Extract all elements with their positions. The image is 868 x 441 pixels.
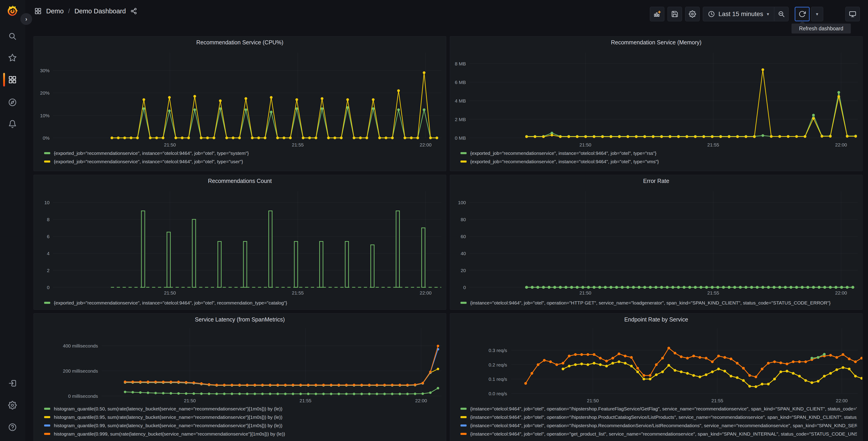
sidebar-item-alerting[interactable] bbox=[5, 117, 20, 131]
legend-swatch bbox=[461, 408, 467, 410]
svg-text:0 MB: 0 MB bbox=[455, 136, 466, 141]
svg-text:21:50: 21:50 bbox=[580, 290, 591, 295]
legend: {exported_job="recommendationservice", i… bbox=[44, 299, 440, 307]
legend-label: {exported_job="recommendationservice", i… bbox=[54, 159, 243, 164]
breadcrumb-folder[interactable]: Demo bbox=[46, 7, 64, 15]
legend: {exported_job="recommendationservice", i… bbox=[461, 149, 857, 166]
legend-label: {instance="otelcol:9464", job="otel", op… bbox=[470, 406, 857, 412]
sidebar-item-dashboards[interactable] bbox=[5, 72, 20, 87]
legend-swatch bbox=[44, 416, 50, 418]
refresh-dashboard-button[interactable] bbox=[795, 7, 810, 21]
svg-text:20: 20 bbox=[461, 268, 466, 273]
refresh-interval-dropdown[interactable]: ▾ bbox=[811, 7, 823, 21]
legend-label: histogram_quantile(0.99, sum(rate(latenc… bbox=[54, 423, 282, 428]
panel-recommendation-service-memory: Recommendation Service (Memory) 0 MB2 MB… bbox=[450, 36, 863, 171]
legend-item[interactable]: histogram_quantile(0.50, sum(rate(latenc… bbox=[44, 405, 440, 413]
svg-text:21:55: 21:55 bbox=[707, 290, 719, 295]
gear-icon bbox=[8, 401, 17, 410]
cycle-view-mode-button[interactable] bbox=[845, 7, 860, 21]
svg-text:6 MB: 6 MB bbox=[455, 80, 466, 85]
dashboard-settings-button[interactable] bbox=[685, 7, 700, 21]
panel-service-latency: Service Latency (from SpanMetrics) 0 mil… bbox=[33, 313, 446, 441]
legend-swatch bbox=[44, 160, 50, 163]
share-icon[interactable] bbox=[130, 8, 137, 14]
time-range-group: Last 15 minutes ▾ bbox=[703, 7, 788, 21]
svg-text:10%: 10% bbox=[40, 113, 50, 118]
sidebar-item-configuration[interactable] bbox=[5, 398, 20, 412]
svg-text:8: 8 bbox=[47, 217, 50, 222]
sign-in-icon bbox=[8, 379, 17, 388]
sidebar bbox=[0, 0, 25, 441]
svg-text:20%: 20% bbox=[40, 90, 50, 95]
save-dashboard-button[interactable] bbox=[668, 7, 682, 21]
time-range-picker[interactable]: Last 15 minutes ▾ bbox=[703, 7, 774, 21]
bell-icon bbox=[8, 120, 17, 128]
svg-text:80: 80 bbox=[461, 217, 466, 222]
refresh-icon bbox=[799, 10, 806, 18]
svg-text:22:00: 22:00 bbox=[415, 398, 427, 403]
legend-swatch bbox=[461, 302, 467, 304]
legend-item[interactable]: {exported_job="recommendationservice", i… bbox=[44, 149, 440, 157]
legend-item[interactable]: {exported_job="recommendationservice", i… bbox=[461, 157, 857, 166]
svg-text:21:50: 21:50 bbox=[580, 142, 591, 147]
sidebar-item-explore[interactable] bbox=[5, 95, 20, 110]
svg-text:0.3 req/s: 0.3 req/s bbox=[489, 348, 507, 353]
legend-item[interactable]: histogram_quantile(0.999, sum(rate(laten… bbox=[44, 430, 440, 438]
sidebar-item-search[interactable] bbox=[5, 29, 20, 43]
legend: {instance="otelcol:9464", job="otel", op… bbox=[461, 299, 857, 307]
sidebar-item-starred[interactable] bbox=[5, 51, 20, 65]
svg-text:22:00: 22:00 bbox=[835, 142, 847, 147]
panel-error-rate: Error Rate 02040608010021:5021:5522:00 {… bbox=[450, 175, 863, 310]
legend-item[interactable]: {instance="otelcol:9464", job="otel", op… bbox=[461, 405, 857, 413]
legend-swatch bbox=[44, 302, 50, 304]
legend-item[interactable]: histogram_quantile(0.99, sum(rate(latenc… bbox=[44, 421, 440, 430]
sidebar-item-help[interactable] bbox=[5, 420, 20, 435]
monitor-icon bbox=[849, 10, 856, 18]
active-section-indicator bbox=[3, 73, 5, 86]
svg-text:2 MB: 2 MB bbox=[455, 117, 466, 122]
legend-item[interactable]: {instance="otelcol:9464", job="otel", op… bbox=[461, 299, 857, 307]
sidebar-expand-button[interactable]: › bbox=[20, 13, 32, 25]
svg-text:30%: 30% bbox=[40, 68, 50, 73]
error-rate-chart[interactable]: 02040608010021:5021:5522:00 bbox=[450, 175, 862, 310]
legend-item[interactable]: {exported_job="recommendationservice", i… bbox=[44, 299, 440, 307]
legend-label: {instance="otelcol:9464", job="otel", op… bbox=[470, 414, 857, 420]
legend-item[interactable]: histogram_quantile(0.95, sum(rate(latenc… bbox=[44, 413, 440, 421]
count-chart[interactable]: 024681021:5021:5522:00 bbox=[34, 175, 446, 310]
add-panel-button[interactable] bbox=[650, 7, 664, 21]
legend: {exported_job="recommendationservice", i… bbox=[44, 149, 440, 166]
svg-text:0: 0 bbox=[47, 285, 50, 290]
legend-swatch bbox=[44, 433, 50, 435]
grafana-logo[interactable] bbox=[6, 4, 19, 18]
legend-label: {instance="otelcol:9464", job="otel", op… bbox=[470, 431, 857, 437]
breadcrumb-dashboard[interactable]: Demo Dashboard bbox=[74, 7, 126, 15]
sidebar-item-sign-in[interactable] bbox=[5, 376, 20, 390]
legend-item[interactable]: {instance="otelcol:9464", job="otel", op… bbox=[461, 421, 857, 430]
zoom-out-button[interactable] bbox=[774, 7, 788, 21]
svg-text:22:00: 22:00 bbox=[420, 142, 432, 147]
legend-swatch bbox=[461, 424, 467, 427]
chevron-down-icon: ▾ bbox=[816, 11, 818, 17]
legend-item[interactable]: {instance="otelcol:9464", job="otel", op… bbox=[461, 430, 857, 438]
grafana-dashboard: › Demo / Demo Dashboard Last 15 minutes … bbox=[0, 0, 868, 441]
chevron-down-icon: ▾ bbox=[767, 11, 769, 17]
svg-text:8 MB: 8 MB bbox=[455, 61, 466, 66]
svg-text:22:00: 22:00 bbox=[420, 290, 432, 295]
legend-swatch bbox=[461, 433, 467, 435]
svg-text:21:55: 21:55 bbox=[711, 398, 723, 403]
legend-item[interactable]: {exported_job="recommendationservice", i… bbox=[44, 157, 440, 166]
legend-label: histogram_quantile(0.50, sum(rate(latenc… bbox=[54, 406, 282, 412]
legend: histogram_quantile(0.50, sum(rate(latenc… bbox=[44, 405, 440, 438]
svg-text:0.2 req/s: 0.2 req/s bbox=[489, 362, 507, 368]
clock-icon bbox=[708, 11, 715, 18]
svg-text:2: 2 bbox=[47, 268, 50, 273]
svg-text:0 milliseconds: 0 milliseconds bbox=[68, 393, 98, 399]
legend-item[interactable]: {instance="otelcol:9464", job="otel", op… bbox=[461, 413, 857, 421]
panel-recommendation-service-cpu: Recommendation Service (CPU%) 0%10%20%30… bbox=[33, 36, 446, 171]
add-panel-icon bbox=[653, 10, 661, 18]
chevron-right-icon: › bbox=[25, 16, 27, 23]
legend-item[interactable]: {exported_job="recommendationservice", i… bbox=[461, 149, 857, 157]
save-icon bbox=[671, 10, 678, 18]
breadcrumb-separator: / bbox=[68, 8, 70, 15]
apps-grid-icon[interactable] bbox=[34, 7, 42, 15]
